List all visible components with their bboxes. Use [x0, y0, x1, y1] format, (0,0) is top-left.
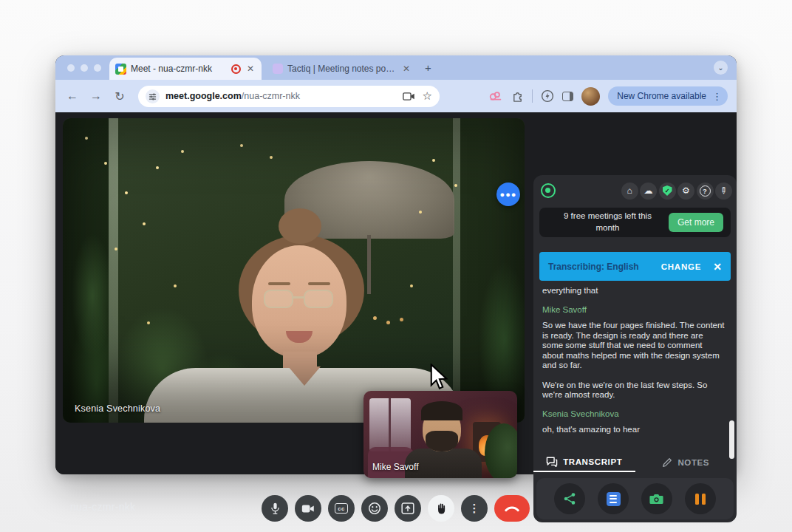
close-tab-icon[interactable]: ✕	[401, 63, 412, 75]
tactiq-header: ⌂ ☁ ✓ ⚙ ? ✎	[541, 181, 732, 200]
side-panel-icon[interactable]	[562, 92, 573, 101]
tab-notes[interactable]: NOTES	[635, 453, 737, 472]
camera-permission-icon[interactable]	[403, 92, 415, 101]
battery-saver-icon[interactable]	[541, 89, 554, 103]
pip-scene	[369, 398, 411, 451]
tab-transcript-label: TRANSCRIPT	[563, 457, 622, 466]
main-video-tile[interactable]: Ksenia Svechnikova	[63, 118, 525, 423]
chat-bubble-button[interactable]: ●●●	[496, 183, 520, 206]
present-button[interactable]	[395, 495, 421, 522]
transcript-text: oh, that's amazing to hear	[542, 425, 725, 435]
present-icon	[401, 502, 414, 514]
tactiq-logo-icon	[541, 183, 556, 198]
recording-indicator-icon	[231, 64, 241, 74]
help-icon[interactable]: ?	[697, 183, 714, 200]
transcript-speaker: Ksenia Svechnikova	[542, 409, 725, 420]
minimize-window-button[interactable]	[81, 64, 88, 72]
banner-text: 9 free meetings left this month	[547, 211, 669, 233]
get-more-button[interactable]: Get more	[669, 213, 723, 232]
more-options-button[interactable]: ⋮	[461, 495, 488, 522]
cloud-upload-icon[interactable]: ☁	[640, 183, 657, 200]
tab-notes-label: NOTES	[677, 458, 709, 467]
captions-button[interactable]: cc	[328, 495, 355, 522]
extensions-puzzle-icon[interactable]	[511, 90, 524, 103]
reactions-button[interactable]	[361, 495, 388, 522]
screenshot-camera-icon	[649, 493, 663, 505]
new-tab-button[interactable]: +	[425, 61, 431, 74]
close-transcribing-icon[interactable]: ✕	[713, 261, 722, 273]
url-text[interactable]: meet.google.com/nua-czmr-nkk	[165, 91, 397, 101]
window-controls	[67, 64, 101, 72]
bookmark-star-icon[interactable]: ☆	[423, 89, 432, 103]
tactiq-panel: ⌂ ☁ ✓ ⚙ ? ✎ 9 free meetings left this mo…	[533, 175, 737, 522]
end-call-button[interactable]	[494, 495, 530, 522]
pip-name-label: Mike Savoff	[372, 462, 418, 472]
back-icon[interactable]: ←	[64, 89, 81, 103]
site-info-icon[interactable]	[146, 89, 160, 103]
camera-button[interactable]	[295, 495, 321, 522]
pip-video-tile[interactable]: Mike Savoff	[363, 391, 517, 478]
transcript-list[interactable]: everything that Mike Savoff So we have t…	[542, 286, 725, 450]
browser-toolbar: ← → ↻ meet.google.com/nua-czmr-nkk ☆ New…	[55, 80, 737, 112]
change-language-button[interactable]: CHANGE	[661, 262, 702, 271]
screenshot-button[interactable]	[641, 483, 672, 514]
pip-scene	[485, 423, 517, 478]
tab-transcript[interactable]: TRANSCRIPT	[533, 453, 635, 472]
microphone-icon	[269, 502, 281, 516]
participant-name-label: Ksenia Svechnikova	[75, 403, 160, 414]
tactiq-extension-icon[interactable]	[488, 90, 503, 102]
pause-icon	[695, 494, 706, 505]
transcript-chat-icon	[546, 457, 558, 467]
meeting-code-label: nua-czmr-nkk	[70, 501, 135, 513]
tab-meet[interactable]: Meet - nua-czmr-nkk ✕	[109, 58, 262, 80]
tab-title: Meet - nua-czmr-nkk	[131, 64, 227, 74]
meet-content: Ksenia Svechnikova ●●● Mike Savoff nua-c…	[55, 112, 737, 474]
url-domain: meet.google.com	[165, 91, 242, 101]
close-tab-icon[interactable]: ✕	[245, 63, 256, 75]
tactiq-favicon-icon	[273, 64, 283, 74]
shield-check-icon[interactable]: ✓	[659, 183, 676, 200]
transcript-text: everything that	[542, 286, 725, 296]
pin-icon[interactable]: ✎	[715, 183, 732, 200]
free-meetings-banner: 9 free meetings left this month Get more	[539, 208, 731, 237]
raise-hand-icon	[434, 502, 448, 515]
tab-strip: Meet - nua-czmr-nkk ✕ Tactiq | Meeting n…	[55, 55, 737, 80]
maximize-window-button[interactable]	[94, 64, 101, 72]
captions-icon: cc	[335, 503, 347, 514]
tab-title: Tactiq | Meeting notes power	[287, 64, 397, 74]
share-icon	[563, 492, 576, 505]
browser-window: Meet - nua-czmr-nkk ✕ Tactiq | Meeting n…	[55, 55, 737, 474]
url-path: /nua-czmr-nkk	[242, 91, 300, 101]
home-icon[interactable]: ⌂	[621, 183, 638, 200]
forward-icon[interactable]: →	[88, 89, 104, 103]
tactiq-actions	[536, 478, 734, 519]
transcribing-bar: Transcribing: English CHANGE ✕	[539, 252, 731, 281]
browser-menu-icon[interactable]: ⋮	[712, 91, 722, 102]
reload-icon[interactable]: ↻	[112, 89, 128, 103]
share-button[interactable]	[554, 483, 585, 514]
notes-pencil-icon	[662, 457, 672, 468]
google-docs-icon	[607, 492, 621, 506]
settings-gear-icon[interactable]: ⚙	[677, 183, 694, 200]
pause-button[interactable]	[685, 483, 716, 514]
transcript-text: We're on the we're on the last few steps…	[542, 381, 725, 400]
close-window-button[interactable]	[67, 64, 75, 72]
microphone-button[interactable]	[262, 495, 288, 522]
url-bar[interactable]: meet.google.com/nua-czmr-nkk ☆	[138, 86, 440, 107]
transcript-text: So we have the four pages finished. The …	[542, 321, 725, 371]
emoji-icon	[368, 502, 381, 515]
video-vignette	[63, 118, 525, 423]
raise-hand-button[interactable]	[428, 495, 454, 522]
tab-tactiq[interactable]: Tactiq | Meeting notes power ✕	[268, 59, 416, 78]
update-label: New Chrome available	[617, 91, 706, 101]
transcribing-label: Transcribing: English	[548, 262, 661, 272]
tactiq-tabs: TRANSCRIPT NOTES	[533, 453, 737, 472]
more-options-icon: ⋮	[469, 502, 480, 515]
camera-icon	[301, 504, 315, 514]
profile-avatar[interactable]	[581, 87, 600, 106]
docs-export-button[interactable]	[598, 483, 629, 514]
end-call-icon	[504, 504, 520, 513]
tab-search-chevron-icon[interactable]: ⌄	[714, 61, 728, 75]
pip-scene	[423, 407, 461, 451]
chrome-update-button[interactable]: New Chrome available ⋮	[608, 86, 728, 106]
